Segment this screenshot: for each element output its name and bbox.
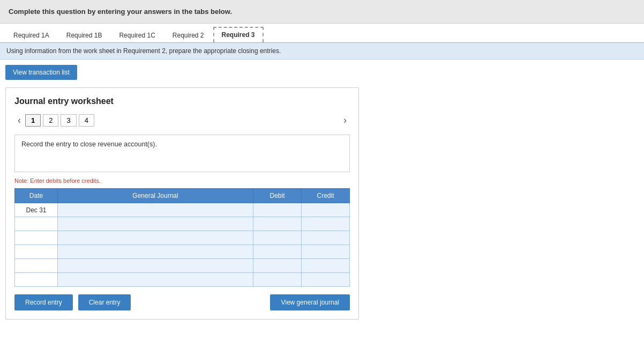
- credit-input-4[interactable]: [302, 245, 349, 258]
- journal-input-3[interactable]: [58, 231, 253, 245]
- journal-input-6[interactable]: [58, 273, 253, 286]
- journal-cell-3[interactable]: [58, 231, 253, 245]
- credit-input-5[interactable]: [302, 259, 349, 272]
- credit-input-3[interactable]: [302, 231, 349, 245]
- journal-input-4[interactable]: [58, 245, 253, 258]
- debit-cell-1[interactable]: [253, 203, 302, 217]
- debit-cell-5[interactable]: [253, 259, 302, 273]
- info-bar-text: Using information from the work sheet in…: [6, 47, 281, 55]
- journal-cell-2[interactable]: [58, 217, 253, 231]
- col-header-debit: Debit: [253, 189, 302, 203]
- prev-page-button[interactable]: ‹: [14, 114, 24, 127]
- table-row: [15, 273, 350, 287]
- credit-cell-4[interactable]: [302, 245, 350, 259]
- tab-required-2[interactable]: Required 2: [164, 28, 212, 42]
- view-transaction-button[interactable]: View transaction list: [5, 65, 77, 80]
- col-header-journal: General Journal: [58, 189, 253, 203]
- debit-input-6[interactable]: [253, 273, 301, 286]
- instruction-bar: Complete this question by entering your …: [0, 0, 644, 24]
- credit-input-6[interactable]: [302, 273, 349, 286]
- credit-cell-6[interactable]: [302, 273, 350, 287]
- credit-cell-3[interactable]: [302, 231, 350, 245]
- worksheet-container: Journal entry worksheet ‹ 1 2 3 4 › Reco…: [5, 87, 359, 320]
- debit-input-1[interactable]: [253, 203, 301, 217]
- page-3-button[interactable]: 3: [61, 114, 76, 127]
- entry-description: Record the entry to close revenue accoun…: [14, 135, 350, 172]
- clear-entry-button[interactable]: Clear entry: [78, 294, 131, 310]
- table-row: Dec 31: [15, 203, 350, 217]
- col-header-date: Date: [15, 189, 58, 203]
- bottom-buttons: Record entry Clear entry View general jo…: [14, 294, 350, 310]
- info-bar: Using information from the work sheet in…: [0, 43, 644, 60]
- credit-cell-1[interactable]: [302, 203, 350, 217]
- credit-input-1[interactable]: [302, 203, 349, 217]
- journal-cell-4[interactable]: [58, 245, 253, 259]
- page-4-button[interactable]: 4: [79, 114, 94, 127]
- journal-input-5[interactable]: [58, 259, 253, 272]
- debit-cell-3[interactable]: [253, 231, 302, 245]
- table-row: [15, 217, 350, 231]
- journal-cell-6[interactable]: [58, 273, 253, 287]
- tab-required-3[interactable]: Required 3: [213, 27, 264, 42]
- journal-cell-1[interactable]: [58, 203, 253, 217]
- page-1-button[interactable]: 1: [25, 114, 41, 127]
- tab-required-1b[interactable]: Required 1B: [58, 28, 110, 42]
- date-cell-4: [15, 245, 58, 259]
- date-cell-2: [15, 217, 58, 231]
- journal-input-2[interactable]: [58, 217, 253, 231]
- journal-input-1[interactable]: [58, 203, 253, 217]
- note-text: Note: Enter debits before credits.: [14, 177, 350, 184]
- worksheet-title: Journal entry worksheet: [14, 97, 350, 106]
- date-cell-3: [15, 231, 58, 245]
- table-row: [15, 259, 350, 273]
- debit-cell-6[interactable]: [253, 273, 302, 287]
- tab-required-1a[interactable]: Required 1A: [5, 28, 57, 42]
- col-header-credit: Credit: [302, 189, 350, 203]
- view-general-journal-button[interactable]: View general journal: [270, 294, 350, 310]
- credit-cell-5[interactable]: [302, 259, 350, 273]
- entry-description-text: Record the entry to close revenue accoun…: [21, 140, 157, 148]
- page-navigation: ‹ 1 2 3 4 ›: [14, 114, 350, 127]
- credit-input-2[interactable]: [302, 217, 349, 231]
- debit-cell-4[interactable]: [253, 245, 302, 259]
- credit-cell-2[interactable]: [302, 217, 350, 231]
- date-cell-1: Dec 31: [15, 203, 58, 217]
- debit-input-5[interactable]: [253, 259, 301, 272]
- debit-cell-2[interactable]: [253, 217, 302, 231]
- instruction-text: Complete this question by entering your …: [9, 8, 232, 16]
- tab-required-1c[interactable]: Required 1C: [111, 28, 163, 42]
- journal-cell-5[interactable]: [58, 259, 253, 273]
- debit-input-3[interactable]: [253, 231, 301, 245]
- date-cell-5: [15, 259, 58, 273]
- journal-table: Date General Journal Debit Credit Dec 31: [14, 188, 350, 287]
- table-row: [15, 245, 350, 259]
- record-entry-button[interactable]: Record entry: [14, 294, 73, 310]
- next-page-button[interactable]: ›: [340, 114, 350, 127]
- date-cell-6: [15, 273, 58, 287]
- tabs-bar: Required 1A Required 1B Required 1C Requ…: [0, 24, 644, 43]
- debit-input-2[interactable]: [253, 217, 301, 231]
- page-2-button[interactable]: 2: [43, 114, 58, 127]
- debit-input-4[interactable]: [253, 245, 301, 258]
- table-row: [15, 231, 350, 245]
